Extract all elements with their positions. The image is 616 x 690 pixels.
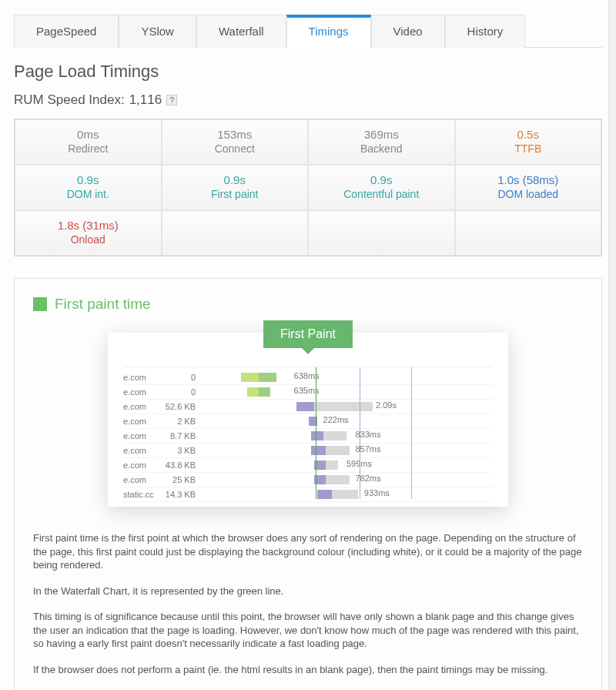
description-paragraph: First paint time is the first point at w… [33, 531, 583, 572]
panel-title: First paint time [55, 296, 151, 313]
tab-timings[interactable]: Timings [286, 15, 371, 48]
description-paragraph: If the browser does not perform a paint … [33, 663, 583, 677]
timing-cell-first-paint[interactable]: 0.9sFirst paint [162, 165, 309, 210]
timing-cell-backend[interactable]: 369msBackend [308, 119, 455, 165]
bar-segment [323, 431, 346, 440]
waterfall-illustration: First Paint e.com0638mse.com0635mse.com5… [108, 333, 508, 507]
timing-cell-dom-loaded[interactable]: 1.0s (58ms)DOM loaded [455, 165, 602, 210]
bar-segment [326, 461, 337, 470]
bar-segment [326, 446, 349, 455]
first-paint-panel: First paint time First Paint e.com0638ms… [14, 278, 602, 690]
bar-segment [311, 431, 323, 440]
timing-cell-dom-int-[interactable]: 0.9sDOM int. [15, 165, 162, 210]
row-bar: 857ms [200, 446, 493, 455]
description-paragraph: In the Waterfall Chart, it is represente… [33, 584, 583, 598]
timing-label: Onload [18, 233, 158, 246]
bar-segment [247, 387, 259, 397]
tab-video[interactable]: Video [371, 15, 445, 48]
tabs-bar: PageSpeedYSlowWaterfallTimingsVideoHisto… [14, 14, 602, 48]
waterfall-row: static.cc14.3 KB933ms [123, 487, 493, 502]
timing-label: Contentful paint [312, 188, 451, 200]
row-size: 25 KB [160, 475, 200, 484]
waterfall-row: e.com25 KB782ms [123, 473, 493, 487]
timing-value: 1.8s (31ms) [18, 219, 158, 232]
waterfall-row: e.com0635ms [123, 385, 493, 400]
row-size: 0 [160, 387, 200, 397]
first-paint-badge: First Paint [263, 320, 353, 348]
tab-yslow[interactable]: YSlow [119, 15, 196, 48]
bar-segment [311, 446, 326, 455]
timing-value: 0.9s [18, 173, 158, 186]
description-paragraph: This timing is of significance because u… [33, 610, 583, 651]
row-bar: 638ms [200, 373, 493, 382]
timing-cell-connect[interactable]: 153msConnect [162, 119, 309, 165]
row-time: 933ms [364, 488, 390, 497]
row-domain: e.com [123, 387, 160, 397]
timing-grid: 0msRedirect153msConnect369msBackend0.5sT… [14, 119, 602, 256]
help-icon[interactable]: ? [166, 95, 177, 106]
row-domain: e.com [123, 475, 160, 484]
tab-waterfall[interactable]: Waterfall [196, 15, 286, 48]
timing-value: 0.9s [166, 173, 305, 186]
row-size: 0 [160, 373, 200, 382]
timing-cell-empty [162, 210, 309, 256]
green-line [316, 367, 316, 499]
timing-cell-onload[interactable]: 1.8s (31ms)Onload [15, 210, 162, 256]
timing-value: 0.9s [312, 173, 451, 186]
timing-cell-empty [455, 210, 602, 256]
bar-segment [332, 490, 358, 499]
timing-cell-redirect[interactable]: 0msRedirect [15, 119, 162, 165]
bar-segment [259, 387, 270, 397]
page-title: Page Load Timings [14, 62, 602, 82]
bar-segment [326, 475, 349, 484]
waterfall-row: e.com8.7 KB833ms [123, 429, 493, 444]
bar-segment [296, 402, 314, 411]
scrollbar[interactable] [608, 0, 616, 690]
row-bar: 833ms [200, 431, 493, 440]
timing-value: 369ms [312, 128, 451, 141]
first-paint-color-swatch [33, 297, 47, 311]
timing-value: 153ms [166, 128, 305, 141]
bar-segment [317, 490, 332, 499]
tab-pagespeed[interactable]: PageSpeed [14, 15, 119, 48]
row-time: 222ms [323, 415, 349, 424]
row-bar: 222ms [200, 417, 493, 426]
row-size: 43.8 KB [160, 461, 200, 470]
timing-label: DOM int. [18, 188, 158, 200]
row-domain: e.com [123, 461, 160, 470]
row-size: 14.3 KB [160, 490, 200, 499]
row-bar: 2.09s [200, 402, 493, 411]
row-domain: e.com [123, 417, 160, 426]
red-line [411, 367, 412, 499]
row-size: 8.7 KB [160, 431, 200, 440]
row-time: 2.09s [376, 400, 397, 410]
timing-cell-contentful-paint[interactable]: 0.9sContentful paint [308, 165, 455, 210]
bar-segment [259, 373, 276, 382]
waterfall-row: e.com3 KB857ms [123, 444, 493, 458]
bar-segment [314, 402, 373, 411]
timing-label: Connect [166, 142, 305, 155]
row-domain: e.com [123, 402, 160, 411]
waterfall-row: e.com52.6 KB2.09s [123, 400, 493, 414]
tab-history[interactable]: History [445, 15, 526, 48]
row-domain: e.com [123, 446, 160, 455]
timing-cell-empty [308, 210, 455, 256]
timing-label: DOM loaded [459, 188, 598, 200]
row-size: 2 KB [160, 417, 200, 426]
timing-cell-ttfb[interactable]: 0.5sTTFB [455, 119, 602, 165]
row-bar: 933ms [200, 490, 493, 499]
waterfall-row: e.com2 KB222ms [123, 414, 493, 429]
bar-segment [241, 373, 259, 382]
rum-speed-index: RUM Speed Index: 1,116 ? [14, 92, 602, 108]
waterfall-row: e.com0638ms [123, 370, 493, 385]
timing-value: 0ms [18, 128, 158, 141]
timing-value: 1.0s (58ms) [459, 173, 598, 186]
row-bar: 635ms [200, 387, 493, 397]
timing-label: TTFB [459, 142, 598, 155]
blue-line [360, 367, 360, 499]
rum-label: RUM Speed Index: [14, 92, 125, 108]
waterfall-row: e.com43.8 KB599ms [123, 458, 493, 473]
timing-label: Backend [312, 142, 451, 155]
timing-label: First paint [166, 188, 305, 200]
row-bar: 782ms [200, 475, 493, 484]
